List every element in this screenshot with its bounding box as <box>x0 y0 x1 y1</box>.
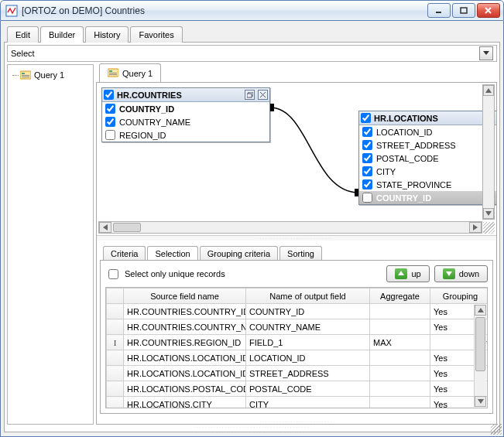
column-checkbox[interactable] <box>105 104 115 114</box>
row-marker[interactable] <box>107 381 124 397</box>
v-scrollbar[interactable] <box>482 84 495 220</box>
h-splitter[interactable]: ∙∙∙∙∙∙∙∙∙∙∙∙∙∙∙∙∙∙∙∙∙∙∙∙∙∙ <box>97 419 496 424</box>
up-button[interactable]: up <box>386 265 429 282</box>
table-close-icon[interactable] <box>258 90 268 100</box>
scroll-thumb[interactable] <box>113 223 141 232</box>
cell-aggregate[interactable] <box>370 304 430 319</box>
resize-grip[interactable] <box>483 222 495 234</box>
tree-node-query1[interactable]: Query 1 <box>9 68 91 82</box>
cell-source[interactable]: HR.COUNTRIES.COUNTRY_NA <box>124 319 246 335</box>
table-box-locations[interactable]: HR.LOCATIONS LOCATION_IDSTREET_ADDRESSPO… <box>358 111 496 205</box>
table-row[interactable]: HR.LOCATIONS.POSTAL_CODEPOSTAL_CODEYes <box>107 381 489 397</box>
table-column-row[interactable]: CITY <box>359 165 496 178</box>
row-marker[interactable] <box>107 304 124 319</box>
row-marker[interactable] <box>107 350 124 366</box>
table-row[interactable]: HR.LOCATIONS.LOCATION_IDLOCATION_IDYes <box>107 350 489 366</box>
col-source[interactable]: Source field name <box>124 288 246 304</box>
chevron-down-icon[interactable] <box>479 46 493 60</box>
col-grouping[interactable]: Grouping <box>430 288 489 304</box>
table-check-all[interactable] <box>104 90 114 100</box>
tab-history[interactable]: History <box>85 26 129 43</box>
scroll-down-icon[interactable] <box>475 396 486 407</box>
cell-aggregate[interactable] <box>370 319 430 335</box>
row-marker[interactable] <box>107 397 124 409</box>
cell-output[interactable]: COUNTRY_NAME <box>246 319 370 335</box>
scroll-thumb[interactable] <box>475 317 485 371</box>
table-row[interactable]: HR.LOCATIONS.CITYCITYYes <box>107 397 489 409</box>
row-marker[interactable] <box>107 319 124 335</box>
query-tab-1[interactable]: Query 1 <box>99 63 161 83</box>
scroll-down-icon[interactable] <box>483 208 494 219</box>
close-button[interactable] <box>477 3 500 18</box>
down-button[interactable]: down <box>434 265 488 282</box>
cell-source[interactable]: HR.LOCATIONS.LOCATION_ID <box>124 350 246 366</box>
cell-source[interactable]: HR.LOCATIONS.LOCATION_ID <box>124 366 246 381</box>
column-checkbox[interactable] <box>362 140 372 150</box>
cell-aggregate[interactable] <box>370 366 430 381</box>
cell-aggregate[interactable]: MAX <box>370 335 430 350</box>
h-scrollbar[interactable] <box>98 221 482 234</box>
maximize-button[interactable] <box>452 3 475 18</box>
row-marker[interactable] <box>107 366 124 381</box>
column-checkbox[interactable] <box>105 130 115 140</box>
cell-output[interactable]: FIELD_1 <box>246 335 370 350</box>
cell-source[interactable]: HR.LOCATIONS.CITY <box>124 397 246 409</box>
table-header[interactable]: HR.COUNTRIES <box>102 88 269 102</box>
cell-aggregate[interactable] <box>370 381 430 397</box>
row-marker[interactable]: I <box>107 335 124 350</box>
table-column-row[interactable]: LOCATION_ID <box>359 125 496 138</box>
table-column-row[interactable]: POSTAL_CODE <box>359 152 496 165</box>
cell-output[interactable]: CITY <box>246 397 370 409</box>
table-row[interactable]: HR.COUNTRIES.COUNTRY_IDCOUNTRY_IDYes <box>107 304 489 319</box>
column-checkbox[interactable] <box>362 153 372 163</box>
scroll-right-icon[interactable] <box>469 222 482 233</box>
table-row[interactable]: HR.COUNTRIES.COUNTRY_NACOUNTRY_NAMEYes <box>107 319 489 335</box>
scroll-up-icon[interactable] <box>475 305 486 316</box>
diagram-area[interactable]: HR.COUNTRIES COUNTRY_IDCOUNTRY_NAMEREGIO… <box>97 83 496 236</box>
cell-aggregate[interactable] <box>370 397 430 409</box>
unique-records-checkbox[interactable]: Select only unique records <box>105 267 225 282</box>
table-column-row[interactable]: STREET_ADDRESS <box>359 138 496 152</box>
cell-source[interactable]: HR.COUNTRIES.COUNTRY_ID <box>124 304 246 319</box>
table-restore-icon[interactable] <box>245 90 255 100</box>
table-box-countries[interactable]: HR.COUNTRIES COUNTRY_IDCOUNTRY_NAMEREGIO… <box>101 87 270 142</box>
cell-source[interactable]: HR.LOCATIONS.POSTAL_CODE <box>124 381 246 397</box>
table-row[interactable]: IHR.COUNTRIES.REGION_IDFIELD_1MAX <box>107 335 489 350</box>
grid-v-scrollbar[interactable] <box>474 305 486 407</box>
cell-output[interactable]: COUNTRY_ID <box>246 304 370 319</box>
cell-source[interactable]: HR.COUNTRIES.REGION_ID <box>124 335 246 350</box>
cell-output[interactable]: LOCATION_ID <box>246 350 370 366</box>
tab-grouping[interactable]: Grouping criteria <box>200 246 278 261</box>
table-row[interactable]: HR.LOCATIONS.LOCATION_IDSTREET_ADDRESSYe… <box>107 366 489 381</box>
selection-grid[interactable]: Source field name Name of output field A… <box>105 287 488 408</box>
tab-criteria[interactable]: Criteria <box>103 246 146 261</box>
bottom-splitter[interactable]: ∙∙∙∙∙∙∙∙∙∙∙∙∙∙∙∙∙∙∙∙∙∙∙∙∙∙∙∙∙∙∙∙∙∙∙∙∙∙∙∙… <box>7 425 497 429</box>
tab-edit[interactable]: Edit <box>7 26 39 43</box>
unique-records-input[interactable] <box>108 269 118 279</box>
column-checkbox[interactable] <box>362 193 372 203</box>
table-column-row[interactable]: STATE_PROVINCE <box>359 178 496 191</box>
col-aggregate[interactable]: Aggregate <box>370 288 430 304</box>
tab-sorting[interactable]: Sorting <box>279 246 322 261</box>
col-output[interactable]: Name of output field <box>246 288 370 304</box>
tab-builder[interactable]: Builder <box>40 26 84 43</box>
table-check-all[interactable] <box>361 113 371 123</box>
window-resize-grip[interactable] <box>491 424 502 435</box>
table-header[interactable]: HR.LOCATIONS <box>359 111 496 125</box>
column-checkbox[interactable] <box>362 127 372 137</box>
cell-output[interactable]: POSTAL_CODE <box>246 381 370 397</box>
table-column-row[interactable]: COUNTRY_ID <box>102 102 269 115</box>
table-column-row[interactable]: COUNTRY_ID <box>359 191 496 204</box>
minimize-button[interactable] <box>427 3 451 18</box>
column-checkbox[interactable] <box>362 166 372 176</box>
cell-output[interactable]: STREET_ADDRESS <box>246 366 370 381</box>
column-checkbox[interactable] <box>105 117 115 127</box>
select-combo[interactable]: Select <box>7 45 497 62</box>
cell-aggregate[interactable] <box>370 350 430 366</box>
column-checkbox[interactable] <box>362 179 372 189</box>
tab-selection[interactable]: Selection <box>147 246 197 261</box>
scroll-up-icon[interactable] <box>483 85 494 96</box>
scroll-left-icon[interactable] <box>99 222 111 233</box>
tab-favorites[interactable]: Favorites <box>130 26 182 43</box>
table-column-row[interactable]: COUNTRY_NAME <box>102 115 269 128</box>
